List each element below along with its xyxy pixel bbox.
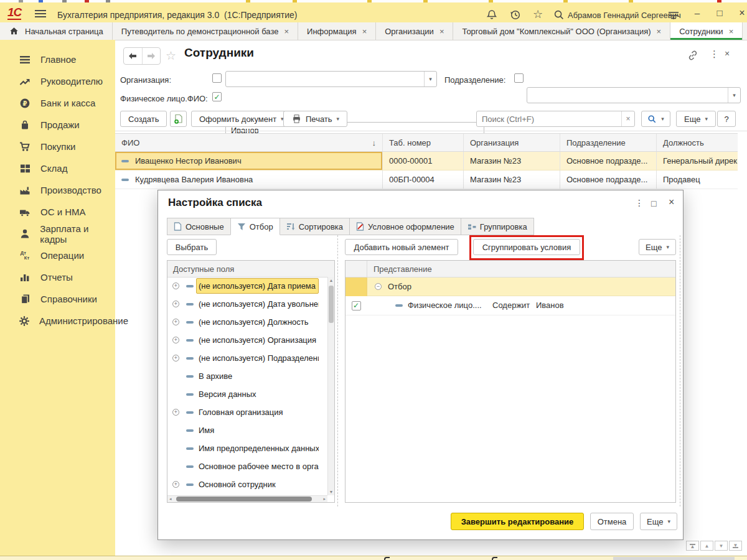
tab-filter[interactable]: Отбор [230,218,280,235]
field-item[interactable]: Имя предопределенных данных [167,439,327,457]
column-header-position[interactable]: Должность [657,134,738,151]
column-header-org[interactable]: Организация [464,134,560,151]
expand-icon[interactable]: + [172,481,179,488]
window-maximize-button[interactable]: □ [712,7,727,18]
sidebar-item-manager[interactable]: Руководителю [0,70,115,92]
fields-horizontal-scrollbar[interactable]: ◂ ▸ [167,495,327,502]
add-new-element-button[interactable]: Добавить новый элемент [345,239,458,255]
field-item[interactable]: Основное рабочее место в орган [167,457,327,475]
tab-close-icon[interactable]: × [284,27,289,36]
field-item[interactable]: +Головная организация [167,403,327,421]
tab-close-icon[interactable]: × [657,27,662,36]
create-button[interactable]: Создать [120,111,167,127]
sidebar-item-operations[interactable]: ДтКт Операции [0,245,115,266]
page-more-icon[interactable]: ⋮ [710,49,719,60]
forward-button[interactable] [142,48,161,64]
condition-enabled-checkbox[interactable]: ✓ [352,301,361,310]
collapse-icon[interactable]: − [375,283,382,290]
sidebar-item-fixed-assets[interactable]: ОС и НМА [0,201,115,223]
sidebar-item-sales[interactable]: Продажи [0,114,115,136]
column-header-fio[interactable]: ФИО↓ [115,134,383,151]
expand-icon[interactable]: + [172,282,179,289]
filter-condition-row[interactable]: ✓ Физическое лицо.... Содержит Иванов [345,296,675,315]
window-close-button[interactable]: × [735,7,747,19]
pane-splitter[interactable] [337,235,338,506]
page-close-icon[interactable]: × [725,49,730,58]
dept-filter-checkbox[interactable] [514,73,524,83]
pane-splitter[interactable] [680,235,680,506]
scroll-last-button[interactable]: ▼ [729,541,742,551]
notifications-bell-icon[interactable] [486,9,498,21]
filter-more-button[interactable]: Еще▾ [639,239,676,255]
table-row[interactable]: Иващенко Нестор Иванович 0000-00001 Мага… [115,152,738,170]
select-field-button[interactable]: Выбрать [167,239,217,255]
expand-icon[interactable]: + [172,319,179,325]
scrollbar-thumb[interactable] [176,497,312,502]
page-favorite-star-icon[interactable]: ☆ [166,49,176,63]
make-document-button[interactable]: Оформить документ▾ [191,111,292,127]
tab-close-icon[interactable]: × [729,27,734,36]
tab-conditional-appearance[interactable]: Условное оформление [349,218,461,235]
scrollbar-thumb[interactable] [329,286,334,323]
tab-sorting[interactable]: Сортировка [280,218,350,235]
field-item[interactable]: +(не используется) Должность [167,313,327,331]
sidebar-item-administration[interactable]: Администрирование [0,310,115,332]
field-item[interactable]: +(не используется) Подразделени [167,349,327,367]
field-item[interactable]: +(не используется) Организация [167,331,327,349]
print-button[interactable]: Печать▾ [283,111,347,127]
window-minimize-button[interactable]: – [690,7,705,18]
tab-trade-house[interactable]: Торговый дом "Комплексный" ООО (Организа… [453,22,670,40]
table-row[interactable]: Кудрявцева Валерия Ивановна 00БП-00004 М… [115,170,738,189]
org-filter-checkbox[interactable] [212,73,222,83]
tab-information[interactable]: Информация × [298,22,376,40]
scroll-first-button[interactable]: ▲ [686,541,699,551]
sidebar-item-payroll-hr[interactable]: Зарплата и кадры [0,223,115,245]
tab-grouping[interactable]: Группировка [461,218,534,235]
column-header-tabnum[interactable]: Таб. номер [383,134,464,151]
field-item[interactable]: +Основной сотрудник [167,475,327,493]
global-search-icon[interactable] [553,9,565,21]
search-clear-icon[interactable]: × [621,111,634,126]
service-options-icon[interactable] [667,10,680,20]
search-input[interactable] [477,111,621,126]
favorites-star-icon[interactable]: ☆ [533,7,545,20]
tab-employees[interactable]: Сотрудники × [670,22,743,40]
fields-vertical-scrollbar[interactable]: ▲ ▼ [327,277,334,495]
list-more-button[interactable]: Еще▾ [676,111,716,127]
get-link-icon[interactable] [687,50,698,61]
finish-editing-button[interactable]: Завершить редактирование [451,513,584,530]
dialog-maximize-icon[interactable]: □ [651,198,656,208]
filter-group-row[interactable]: − Отбор [345,278,675,296]
field-item[interactable]: Имя [167,421,327,439]
sidebar-item-warehouse[interactable]: Склад [0,157,115,179]
sidebar-item-bank-cash[interactable]: ₽ Банк и касса [0,92,115,114]
history-icon[interactable] [509,9,522,21]
expand-icon[interactable]: + [172,355,179,362]
expand-icon[interactable]: + [172,301,179,307]
sidebar-item-reports[interactable]: Отчеты [0,266,115,288]
scroll-next-button[interactable]: ▼ [715,541,728,551]
scroll-prev-button[interactable]: ▲ [700,541,713,551]
dialog-close-icon[interactable]: × [669,197,674,208]
sidebar-item-main[interactable]: Главное [0,49,115,70]
sidebar-item-directories[interactable]: Справочники [0,288,115,310]
sidebar-item-production[interactable]: Производство [0,179,115,201]
expand-icon[interactable]: + [172,337,179,343]
chevron-down-icon[interactable]: ▾ [424,72,436,86]
field-item[interactable]: Версия данных [167,385,327,403]
help-button[interactable]: ? [717,111,736,127]
tab-guide[interactable]: Путеводитель по демонстрационной базе × [113,22,298,40]
field-item[interactable]: +(не используется) Дата приема [167,277,327,295]
expand-icon[interactable]: + [172,409,179,416]
dept-filter-combobox[interactable]: ▾ [527,87,741,103]
sidebar-item-purchases[interactable]: Покупки [0,136,115,157]
tab-close-icon[interactable]: × [362,27,367,36]
tab-organizations[interactable]: Организации × [376,22,453,40]
tab-main[interactable]: Основные [167,218,231,235]
field-item[interactable]: +(не используется) Дата увольнен [167,295,327,313]
create-group-icon-button[interactable] [170,111,187,127]
chevron-down-icon[interactable]: ▾ [728,88,740,103]
org-filter-combobox[interactable]: ▾ [225,71,437,87]
dialog-more-icon[interactable]: ⋮ [635,198,644,208]
user-name[interactable]: Абрамов Геннадий Сергеевич [568,11,681,20]
